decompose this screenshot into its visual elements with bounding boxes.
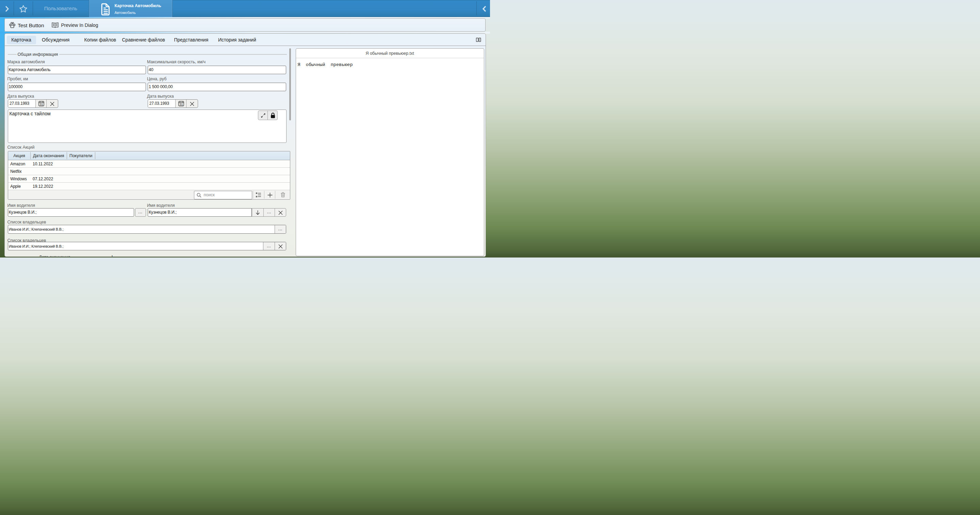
svg-text:31: 31 — [40, 103, 43, 106]
svg-text:31: 31 — [179, 103, 183, 106]
